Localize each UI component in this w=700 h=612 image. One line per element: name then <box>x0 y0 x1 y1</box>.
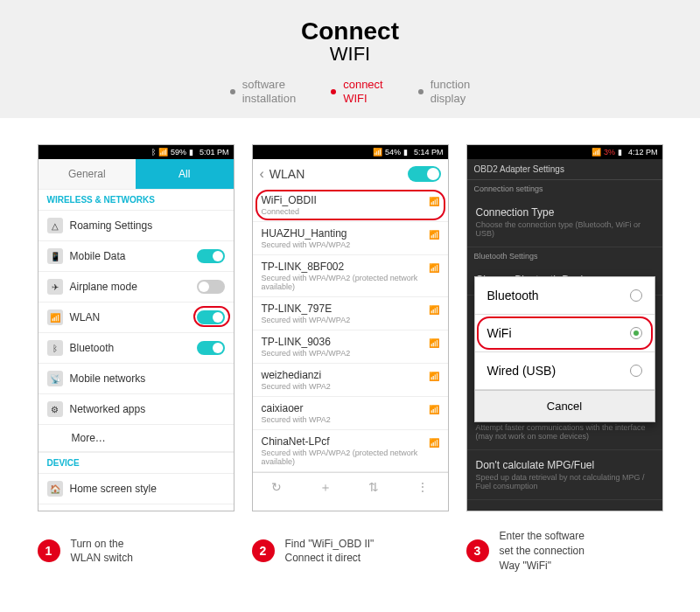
row-mobile-networks[interactable]: 📡Mobile networks <box>38 364 234 394</box>
bluetooth-icon: ᛒ <box>151 148 156 156</box>
apps-icon: ⚙ <box>47 401 63 417</box>
row-airplane[interactable]: ✈Airplane mode <box>38 272 234 303</box>
airplane-icon: ✈ <box>47 279 63 295</box>
wlan-header: ‹ WLAN <box>253 159 448 189</box>
banner-title: Connect <box>0 17 700 45</box>
toggle-mobile-data[interactable] <box>197 249 225 263</box>
network-item[interactable]: 📶weizhedianziSecured with WPA2 <box>253 364 448 397</box>
battery-text: 54% <box>385 148 401 156</box>
tabs: General All <box>38 159 234 189</box>
bottom-bar: ↻ ＋ ⇅ ⋮ <box>253 472 448 503</box>
step-number: 1 <box>38 539 60 562</box>
step-captions: 1 Turn on theWLAN switch 2 Find "WiFi_OB… <box>0 520 700 595</box>
wifi-signal-icon: 📶 <box>429 230 439 240</box>
battery-icon: ▮ <box>618 148 622 156</box>
battery-icon: ▮ <box>189 148 193 156</box>
refresh-icon[interactable]: ↻ <box>271 480 282 496</box>
option-wifi[interactable]: WiFi <box>475 315 654 352</box>
section-connection: Connection settings <box>467 180 662 198</box>
settings-icon[interactable]: ⇅ <box>368 480 379 496</box>
status-bar: 📶 54% ▮ 5:14 PM <box>253 145 448 159</box>
step-1: 1 Turn on theWLAN switch <box>38 529 234 573</box>
wifi-signal-icon: 📶 <box>429 405 439 414</box>
wlan-master-toggle[interactable] <box>408 166 441 182</box>
dot-icon <box>418 89 424 94</box>
network-wifi-obdii[interactable]: 📶 WiFi_OBDII Connected <box>253 189 448 222</box>
banner-subtitle: WIFI <box>0 43 700 66</box>
phone-settings: ᛒ 📶 59% ▮ 5:01 PM General All WIRELESS &… <box>38 144 234 511</box>
back-icon[interactable]: ‹ <box>260 166 264 182</box>
row-home-style[interactable]: 🏠Home screen style <box>38 474 234 504</box>
network-item[interactable]: 📶HUAZHU_HantingSecured with WPA/WPA2 <box>253 222 448 255</box>
wifi-signal-icon: 📶 <box>429 338 439 348</box>
step-number: 3 <box>466 539 489 562</box>
tab-all[interactable]: All <box>136 159 234 189</box>
status-bar: 📶 3% ▮ 4:12 PM <box>467 145 662 159</box>
data-icon: 📱 <box>47 248 63 264</box>
status-bar: ᛒ 📶 59% ▮ 5:01 PM <box>38 145 234 159</box>
tab-general[interactable]: General <box>38 159 136 189</box>
row-networked-apps[interactable]: ⚙Networked apps <box>38 394 234 425</box>
wifi-signal-icon: 📶 <box>429 263 439 273</box>
section-wireless: WIRELESS & NETWORKS <box>38 189 234 211</box>
row-connection-type[interactable]: Connection Type Choose the connection ty… <box>467 198 662 247</box>
section-bluetooth: Bluetooth Settings <box>467 247 662 265</box>
wifi-signal-icon: 📶 <box>429 438 439 448</box>
cancel-button[interactable]: Cancel <box>475 390 654 421</box>
step-3: 3 Enter the softwareset the connectionWa… <box>466 529 663 573</box>
row-mobile-data[interactable]: 📱Mobile Data <box>38 241 234 272</box>
connection-type-popup: Bluetooth WiFi Wired (USB) Cancel <box>474 276 655 422</box>
app-header: OBD2 Adapter Settings <box>467 159 662 180</box>
step-2: 2 Find "WiFi_OBD II"Connect it direct <box>252 529 449 573</box>
row-more[interactable]: More… <box>38 425 234 452</box>
network-item[interactable]: 📶TP-LINK_797ESecured with WPA/WPA2 <box>253 297 448 330</box>
phone-screenshots: ᛒ 📶 59% ▮ 5:01 PM General All WIRELESS &… <box>0 118 700 520</box>
home-icon: 🏠 <box>47 481 63 497</box>
network-item[interactable]: 📶TP-LINK_9036Secured with WPA/WPA2 <box>253 330 448 364</box>
network-item[interactable]: 📶TP-LINK_8BF002Secured with WPA/WPA2 (pr… <box>253 255 448 297</box>
header-banner: Connect WIFI softwareinstallation connec… <box>0 0 700 118</box>
signal-icon: 📶 <box>158 148 168 156</box>
clock: 4:12 PM <box>628 148 658 156</box>
network-item[interactable]: 📶caixiaoerSecured with WPA2 <box>253 397 448 430</box>
phone-app-settings: 📶 3% ▮ 4:12 PM OBD2 Adapter Settings Con… <box>466 144 663 511</box>
row-wlan[interactable]: 📶WLAN <box>38 303 234 333</box>
battery-text: 59% <box>171 148 186 156</box>
network-item[interactable]: 📶ChinaNet-LPcfSecured with WPA/WPA2 (pro… <box>253 430 448 472</box>
add-icon[interactable]: ＋ <box>319 480 332 496</box>
wifi-signal-icon: 📶 <box>429 372 439 381</box>
step-number: 2 <box>252 539 275 562</box>
wifi-signal-icon: 📶 <box>429 305 439 315</box>
row-bluetooth[interactable]: ᛒBluetooth <box>38 333 234 364</box>
phone-wlan: 📶 54% ▮ 5:14 PM ‹ WLAN 📶 WiFi_OBDII Conn… <box>252 144 449 511</box>
battery-text: 3% <box>604 148 615 156</box>
toggle-bluetooth[interactable] <box>197 341 225 355</box>
menu-icon[interactable]: ⋮ <box>416 480 429 496</box>
row-no-mpg[interactable]: Don't calculate MPG/Fuel Speed up data r… <box>467 450 662 500</box>
option-bluetooth[interactable]: Bluetooth <box>475 277 654 315</box>
wlan-title: WLAN <box>270 167 304 181</box>
nav-step-connect[interactable]: connectWIFI <box>331 78 383 105</box>
clock: 5:14 PM <box>414 148 444 156</box>
option-wired[interactable]: Wired (USB) <box>475 352 654 390</box>
radio-icon <box>630 289 642 302</box>
toggle-wlan[interactable] <box>197 310 225 324</box>
signal-icon: 📶 <box>373 148 382 156</box>
nav-step-function[interactable]: functiondisplay <box>418 78 471 105</box>
roaming-icon: △ <box>47 218 63 233</box>
row-sound[interactable]: 🔊Sound <box>38 504 234 511</box>
battery-icon: ▮ <box>403 148 408 156</box>
radio-icon <box>630 327 642 339</box>
nav-step-software[interactable]: softwareinstallation <box>230 78 296 105</box>
nav-steps: softwareinstallation connectWIFI functio… <box>0 78 700 105</box>
bluetooth-icon: ᛒ <box>47 340 63 356</box>
antenna-icon: 📡 <box>47 371 63 386</box>
dot-icon <box>331 89 336 94</box>
toggle-airplane[interactable] <box>197 280 225 294</box>
wifi-icon: 📶 <box>47 309 63 325</box>
signal-icon: 📶 <box>592 148 601 156</box>
radio-icon <box>630 365 642 377</box>
dot-icon <box>230 89 235 94</box>
row-roaming[interactable]: △Roaming Settings <box>38 211 234 241</box>
clock: 5:01 PM <box>200 148 229 156</box>
